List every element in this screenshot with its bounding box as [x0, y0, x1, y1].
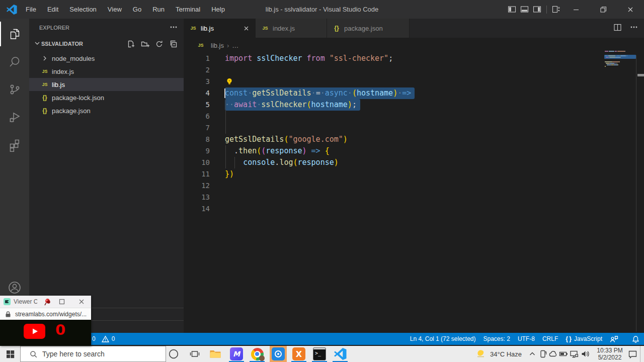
- menu-terminal[interactable]: Terminal: [170, 0, 206, 19]
- feedback-icon[interactable]: [610, 335, 618, 343]
- status-eol-sequence[interactable]: CRLF: [542, 335, 558, 342]
- code-line: 3: [184, 76, 644, 87]
- menu-view[interactable]: View: [102, 0, 127, 19]
- code-area[interactable]: 1import sslChecker from "ssl-checker";23…: [184, 53, 644, 333]
- search-icon: [21, 350, 42, 358]
- tab-actions: [613, 19, 638, 38]
- viewer-window-titlebar[interactable]: Viewer C...: [0, 296, 91, 308]
- pin-icon[interactable]: [43, 298, 52, 306]
- taskbar-xampp[interactable]: X: [289, 346, 309, 362]
- minimize-button[interactable]: [562, 0, 590, 19]
- menu-selection[interactable]: Selection: [64, 0, 102, 19]
- menu-edit[interactable]: Edit: [42, 0, 64, 19]
- collapse-all-icon[interactable]: [168, 39, 179, 49]
- menu-help[interactable]: Help: [206, 0, 230, 19]
- taskbar-clock[interactable]: 10:33 PM 5/2/2022: [594, 347, 625, 361]
- minimap[interactable]: [605, 50, 635, 111]
- viewer-maximize-button[interactable]: [52, 296, 71, 308]
- editor-more-icon[interactable]: [630, 23, 638, 33]
- code-line: 9 .then((response) => {: [184, 145, 644, 157]
- line-number: 4: [184, 87, 210, 99]
- file-package.json[interactable]: {}package.json: [29, 104, 184, 117]
- taskbar-cortana[interactable]: [164, 346, 184, 362]
- taskbar-terminal[interactable]: >_: [309, 346, 330, 362]
- explorer-more-actions[interactable]: [170, 23, 178, 32]
- minimap-line: [605, 66, 606, 67]
- activity-explorer[interactable]: [0, 20, 29, 48]
- tab-package.json[interactable]: {}package.json: [327, 19, 410, 38]
- breadcrumb[interactable]: JS lib.js › …: [184, 38, 644, 53]
- scrollbar-marker[interactable]: [637, 74, 644, 76]
- js-file-icon: JS: [40, 69, 49, 74]
- file-lib.js[interactable]: JSlib.js: [29, 78, 184, 91]
- toggle-sidebar-icon[interactable]: [506, 0, 518, 19]
- breadcrumb-separator: ›: [227, 42, 229, 49]
- taskbar-mail[interactable]: M: [226, 346, 247, 362]
- activity-extensions[interactable]: [0, 131, 29, 158]
- line-number: 10: [184, 157, 210, 168]
- tab-close-icon[interactable]: [243, 25, 250, 32]
- search-placeholder: Type here to search: [42, 350, 105, 358]
- tab-lib.js[interactable]: JSlib.js: [184, 19, 256, 38]
- chevron-right-icon: [40, 54, 49, 62]
- activity-source-control[interactable]: [0, 75, 29, 103]
- line-number: 12: [184, 180, 210, 192]
- taskbar-search[interactable]: Type here to search: [20, 346, 166, 362]
- taskbar-vscode[interactable]: [330, 346, 350, 362]
- refresh-icon[interactable]: [154, 39, 165, 49]
- menu-run[interactable]: Run: [147, 0, 170, 19]
- split-editor-icon[interactable]: [613, 23, 622, 34]
- customize-layout-icon[interactable]: [550, 0, 562, 19]
- status-cursor-position[interactable]: Ln 4, Col 1 (72 selected): [410, 335, 476, 342]
- tray-expand-icon[interactable]: [527, 346, 537, 362]
- file-package-lock.json[interactable]: {}package-lock.json: [29, 91, 184, 104]
- network-icon[interactable]: [569, 346, 580, 362]
- status-indentation[interactable]: Spaces: 2: [484, 335, 510, 342]
- file-index.js[interactable]: JSindex.js: [29, 65, 184, 78]
- volume-icon[interactable]: [580, 346, 590, 362]
- battery-icon[interactable]: [558, 346, 569, 362]
- new-file-icon[interactable]: [126, 39, 136, 49]
- tab-index.js[interactable]: JSindex.js: [256, 19, 327, 38]
- file-label: index.js: [52, 68, 74, 75]
- menu-file[interactable]: File: [20, 0, 42, 19]
- close-button[interactable]: [617, 0, 644, 19]
- clock-date: 5/2/2022: [594, 354, 625, 361]
- weather-widget[interactable]: 34°C Haze: [475, 348, 522, 359]
- start-button[interactable]: [0, 346, 20, 362]
- code-line: 11}): [184, 168, 644, 180]
- file-tree: node_modulesJSindex.jsJSlib.js{}package-…: [29, 52, 184, 117]
- action-center-icon[interactable]: [627, 346, 638, 362]
- file-node_modules[interactable]: node_modules: [29, 52, 184, 65]
- viewer-address-bar[interactable]: streamlabs.com/widgets/...: [0, 308, 91, 320]
- taskbar-task-view[interactable]: [185, 346, 205, 362]
- js-file-icon: JS: [189, 26, 198, 31]
- phone-icon[interactable]: [537, 346, 548, 362]
- line-number: 2: [184, 64, 210, 76]
- warning-count: 0: [112, 335, 115, 342]
- section-actions: [126, 39, 184, 49]
- json-file-icon: {}: [332, 25, 341, 32]
- taskbar-streamlabs[interactable]: [268, 346, 288, 362]
- viewer-app-icon: [4, 298, 11, 305]
- onedrive-icon[interactable]: [548, 346, 558, 362]
- viewer-close-button[interactable]: [71, 296, 91, 308]
- maximize-button[interactable]: [590, 0, 617, 19]
- new-folder-icon[interactable]: [140, 39, 150, 49]
- activity-run-debug[interactable]: [0, 103, 29, 131]
- activity-search[interactable]: [0, 48, 29, 75]
- taskbar-chrome[interactable]: [247, 346, 267, 362]
- js-file-icon: JS: [40, 82, 49, 87]
- toggle-panel-icon[interactable]: [518, 0, 531, 19]
- viewer-widget-body: 0: [0, 320, 91, 346]
- status-encoding[interactable]: UTF-8: [518, 335, 535, 342]
- code-line: 12: [184, 180, 644, 192]
- taskbar-explorer[interactable]: [205, 346, 225, 362]
- menu-go[interactable]: Go: [127, 0, 147, 19]
- folder-section-header[interactable]: SSLVALIDATOR: [29, 38, 184, 50]
- status-language-mode[interactable]: { }JavaScript: [566, 335, 602, 342]
- file-label: package-lock.json: [52, 94, 104, 102]
- notifications-bell-icon[interactable]: [632, 335, 639, 343]
- show-desktop-button[interactable]: [640, 346, 644, 362]
- toggle-secondary-sidebar-icon[interactable]: [531, 0, 543, 19]
